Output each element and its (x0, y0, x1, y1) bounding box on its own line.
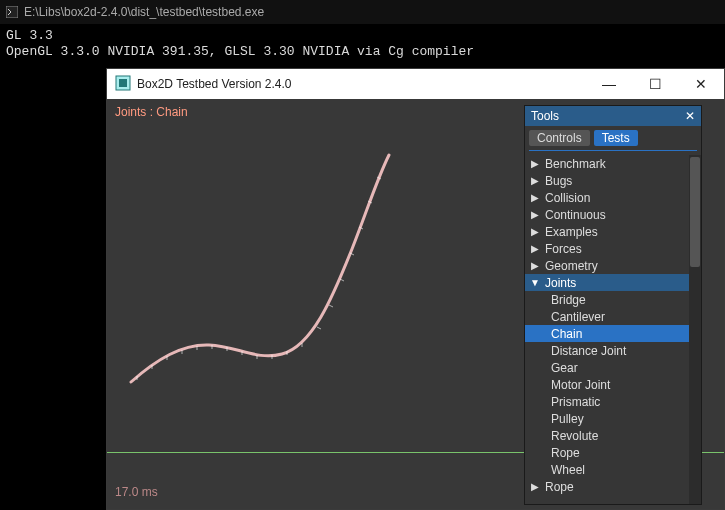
tree-item[interactable]: Wheel (525, 461, 689, 478)
tree-category[interactable]: ▶Continuous (525, 206, 689, 223)
tools-close-icon[interactable]: ✕ (685, 109, 695, 123)
tree-item-label: Pulley (551, 412, 584, 426)
tree-item-label: Cantilever (551, 310, 605, 324)
chevron-right-icon: ▶ (529, 175, 541, 186)
chevron-right-icon: ▶ (529, 209, 541, 220)
console-output: GL 3.3 OpenGL 3.3.0 NVIDIA 391.35, GLSL … (0, 24, 725, 65)
tree-category-label: Forces (545, 242, 582, 256)
tree-category-label: Joints (545, 276, 576, 290)
console-path: E:\Libs\box2d-2.4.0\dist_\testbed\testbe… (24, 5, 264, 19)
tree-item-label: Prismatic (551, 395, 600, 409)
testbed-window: Box2D Testbed Version 2.4.0 — ☐ ✕ Joints… (106, 68, 725, 510)
svg-rect-2 (119, 79, 127, 87)
tree-category-label: Continuous (545, 208, 606, 222)
minimize-button[interactable]: — (586, 69, 632, 99)
tree-category-label: Examples (545, 225, 598, 239)
tree-item[interactable]: Bridge (525, 291, 689, 308)
chevron-down-icon: ▼ (529, 277, 541, 288)
tree-category-label: Geometry (545, 259, 598, 273)
maximize-button[interactable]: ☐ (632, 69, 678, 99)
tree-item[interactable]: Distance Joint (525, 342, 689, 359)
frametime-label: 17.0 ms (115, 485, 158, 499)
tree-item-label: Bridge (551, 293, 586, 307)
tree-item-label: Motor Joint (551, 378, 610, 392)
window-titlebar[interactable]: Box2D Testbed Version 2.4.0 — ☐ ✕ (107, 69, 724, 99)
tree-item[interactable]: Revolute (525, 427, 689, 444)
tree-category[interactable]: ▶Rope (525, 478, 689, 495)
tab-tests[interactable]: Tests (594, 130, 638, 146)
window-title: Box2D Testbed Version 2.4.0 (137, 77, 292, 91)
tree-scrollbar-thumb[interactable] (690, 157, 700, 267)
tab-controls[interactable]: Controls (529, 130, 590, 146)
tree-item[interactable]: Cantilever (525, 308, 689, 325)
console-titlebar[interactable]: E:\Libs\box2d-2.4.0\dist_\testbed\testbe… (0, 0, 725, 24)
tree-item-label: Wheel (551, 463, 585, 477)
chevron-right-icon: ▶ (529, 226, 541, 237)
tree-category-label: Benchmark (545, 157, 606, 171)
tools-header[interactable]: Tools ✕ (525, 106, 701, 126)
svg-rect-0 (6, 6, 18, 18)
svg-line-16 (329, 305, 333, 307)
tests-tree: ▶Benchmark▶Bugs▶Collision▶Continuous▶Exa… (525, 155, 701, 504)
tree-item[interactable]: Gear (525, 359, 689, 376)
tree-item[interactable]: Motor Joint (525, 376, 689, 393)
tree-item[interactable]: Rope (525, 444, 689, 461)
tree-item-label: Distance Joint (551, 344, 626, 358)
tree-category-label: Collision (545, 191, 590, 205)
tree-item-label: Revolute (551, 429, 598, 443)
chevron-right-icon: ▶ (529, 158, 541, 169)
app-icon (115, 75, 131, 94)
tab-underline (529, 150, 697, 151)
chevron-right-icon: ▶ (529, 243, 541, 254)
tree-category[interactable]: ▼Joints (525, 274, 689, 291)
tools-panel: Tools ✕ Controls Tests ▶Benchmark▶Bugs▶C… (524, 105, 702, 505)
tree-category[interactable]: ▶Benchmark (525, 155, 689, 172)
tree-item-label: Rope (551, 446, 580, 460)
tree-category[interactable]: ▶Forces (525, 240, 689, 257)
tree-category[interactable]: ▶Geometry (525, 257, 689, 274)
svg-line-15 (317, 327, 321, 329)
tree-category[interactable]: ▶Examples (525, 223, 689, 240)
tree-category[interactable]: ▶Bugs (525, 172, 689, 189)
tree-category-label: Rope (545, 480, 574, 494)
tree-item[interactable]: Chain (525, 325, 689, 342)
tree-item-label: Gear (551, 361, 578, 375)
chevron-right-icon: ▶ (529, 260, 541, 271)
scene-viewport[interactable]: Joints : Chain (107, 99, 724, 509)
chevron-right-icon: ▶ (529, 481, 541, 492)
tree-category[interactable]: ▶Collision (525, 189, 689, 206)
tools-tabs: Controls Tests (525, 126, 701, 146)
console-icon (6, 6, 18, 18)
tools-title: Tools (531, 109, 559, 123)
tree-item[interactable]: Pulley (525, 410, 689, 427)
tree-item[interactable]: Prismatic (525, 393, 689, 410)
tree-scrollbar[interactable] (689, 155, 701, 504)
close-button[interactable]: ✕ (678, 69, 724, 99)
tree-item-label: Chain (551, 327, 582, 341)
tree-category-label: Bugs (545, 174, 572, 188)
chevron-right-icon: ▶ (529, 192, 541, 203)
